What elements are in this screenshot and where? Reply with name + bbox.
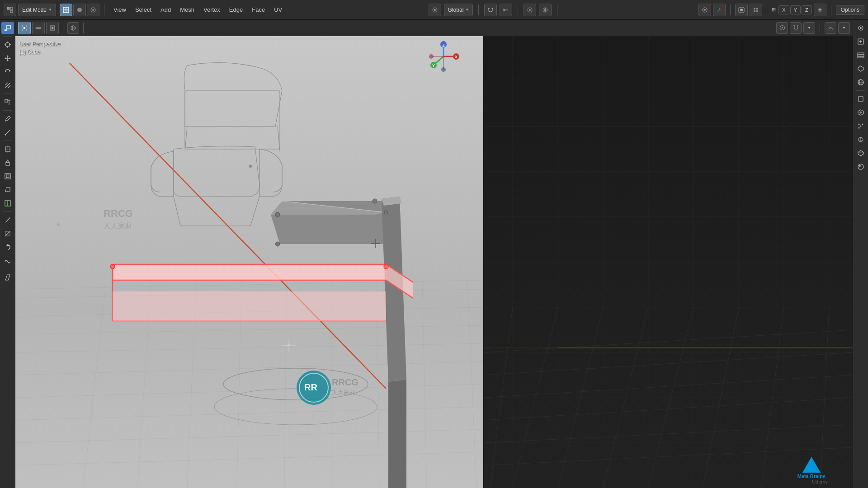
x-ray-btn[interactable]	[67, 22, 79, 34]
loop-cut-tool[interactable]	[1, 197, 14, 210]
add-cube-tool[interactable]	[1, 143, 14, 155]
options-button[interactable]: Options	[836, 5, 864, 15]
solid-mode-btn[interactable]	[73, 4, 86, 16]
particles-btn[interactable]	[854, 120, 867, 132]
svg-rect-31	[756, 10, 758, 12]
path-dropdown-btn[interactable]: ▼	[838, 22, 850, 34]
svg-point-214	[441, 67, 446, 72]
svg-text:人人家材: 人人家材	[104, 222, 132, 230]
material-props-btn[interactable]	[854, 160, 867, 173]
svg-rect-36	[26, 29, 27, 31]
world-props-btn[interactable]	[854, 76, 867, 89]
svg-line-81	[5, 231, 10, 236]
menu-face[interactable]: Face	[247, 5, 269, 15]
annotate-tool[interactable]	[1, 113, 14, 125]
scale-tool[interactable]	[1, 79, 14, 92]
prop-edit-btn[interactable]	[776, 22, 788, 34]
inset-tool[interactable]	[1, 170, 14, 183]
svg-rect-28	[754, 8, 755, 9]
select-box-tool[interactable]	[1, 22, 14, 34]
sidebar-sep2	[3, 94, 12, 94]
render-icon[interactable]	[735, 4, 748, 16]
svg-marker-58	[7, 60, 9, 61]
proportional-mode-icon[interactable]	[539, 4, 552, 16]
svg-point-185	[384, 211, 388, 214]
menu-select[interactable]: Select	[131, 5, 156, 15]
svg-point-16	[504, 9, 505, 11]
vertex-select-btn[interactable]	[18, 22, 31, 34]
spin-tool[interactable]	[1, 241, 14, 253]
object-props-btn[interactable]	[854, 93, 867, 105]
rotate-tool[interactable]	[1, 66, 14, 78]
menu-mesh[interactable]: Mesh	[175, 5, 199, 15]
menu-view[interactable]: View	[109, 5, 131, 15]
snap-toggle-btn[interactable]	[790, 22, 802, 34]
view-layer-btn[interactable]	[854, 49, 867, 61]
measure-tool[interactable]	[1, 126, 14, 139]
svg-line-69	[5, 130, 10, 135]
snap-options-icon[interactable]	[500, 4, 512, 16]
physics-btn[interactable]	[854, 133, 867, 146]
svg-text:Z: Z	[442, 43, 445, 47]
svg-point-187	[384, 264, 388, 269]
svg-point-98	[858, 127, 859, 129]
modifier-props-btn[interactable]	[854, 106, 867, 119]
transform-tool[interactable]	[1, 96, 14, 108]
top-toolbar: Edit Mode ▼ View Select Add Mesh Vertex …	[0, 0, 868, 20]
proportional-edit-icon[interactable]	[524, 4, 536, 16]
svg-point-99	[860, 126, 861, 127]
move-tool[interactable]	[1, 52, 14, 65]
render-props-btn[interactable]	[854, 22, 867, 34]
svg-rect-178	[113, 291, 386, 321]
scene-svg: RRCG 人人家材 RR RRCG 人人家材	[15, 36, 853, 488]
right-sidebar	[853, 20, 868, 488]
material-mode-btn[interactable]	[87, 4, 99, 16]
svg-rect-29	[756, 8, 758, 9]
wireframe-mode-btn[interactable]	[60, 4, 72, 16]
overlay-icon[interactable]	[698, 4, 711, 16]
sep6	[767, 5, 767, 15]
svg-marker-57	[7, 55, 9, 56]
svg-marker-179	[388, 380, 406, 488]
menu-edge[interactable]: Edge	[225, 5, 247, 15]
path-btn[interactable]	[825, 22, 836, 34]
toolbar-right: Global ▼	[429, 4, 864, 16]
smooth-tool[interactable]	[1, 254, 14, 267]
cursor-tool[interactable]	[1, 38, 14, 51]
sep5	[730, 5, 731, 15]
menu-vertex[interactable]: Vertex	[199, 5, 225, 15]
axis-y-btn[interactable]: Y	[790, 5, 801, 14]
svg-rect-108	[15, 36, 484, 488]
add-axis-icon[interactable]: +	[814, 4, 826, 16]
svg-line-62	[5, 83, 10, 88]
snap-magnet-icon[interactable]	[484, 4, 497, 16]
face-select-btn[interactable]	[46, 22, 59, 34]
edge-select-btn[interactable]	[32, 22, 45, 34]
axis-z-btn[interactable]: Z	[802, 5, 812, 14]
svg-point-46	[782, 27, 783, 28]
menu-add[interactable]: Add	[156, 5, 175, 15]
bisect-tool[interactable]	[1, 227, 14, 240]
nav-gizmo[interactable]: Z X Y	[428, 41, 459, 72]
snap-dropdown-btn[interactable]: ▼	[803, 22, 815, 34]
scene-props-btn[interactable]	[854, 62, 867, 75]
menu-uv[interactable]: UV	[269, 5, 287, 15]
svg-point-163	[249, 165, 252, 168]
extrude-tool[interactable]	[1, 156, 14, 169]
axis-x-btn[interactable]: X	[778, 5, 789, 14]
main-viewport[interactable]: RRCG 人人家材 RR RRCG 人人家材 Use	[15, 36, 853, 488]
settings-icon[interactable]	[750, 4, 762, 16]
bevel-tool[interactable]	[1, 183, 14, 196]
object-data-btn[interactable]	[854, 147, 867, 160]
transform-origin-label: Global	[448, 7, 464, 13]
svg-point-186	[110, 264, 115, 269]
edit-mode-button[interactable]: Edit Mode ▼	[18, 4, 56, 16]
gizmo-icon[interactable]	[713, 4, 726, 16]
transform-orientation-btn[interactable]: Global ▼	[444, 4, 473, 16]
shear-tool[interactable]	[1, 271, 14, 284]
knife-tool[interactable]	[1, 214, 14, 226]
object-label: (1) Cube	[19, 48, 60, 56]
svg-point-38	[36, 27, 37, 28]
pivot-icon[interactable]	[429, 4, 441, 16]
output-props-btn[interactable]	[854, 35, 867, 48]
